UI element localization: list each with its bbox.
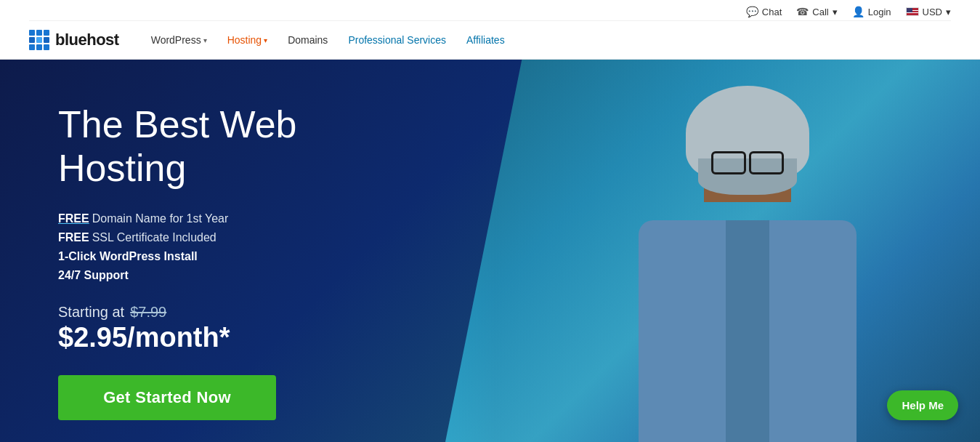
feature-domain-free: FREE <box>58 212 89 225</box>
login-icon: 👤 <box>852 6 864 17</box>
price-old: $7.99 <box>130 304 166 321</box>
price-starting: Starting at $7.99 <box>58 304 378 321</box>
price-new: $2.95/month* <box>58 322 378 353</box>
feature-ssl-free: FREE <box>58 231 89 244</box>
main-nav: bluehost WordPress ▾ Hosting ▾ Domains P… <box>29 21 951 59</box>
feature-support-text: 24/7 Support <box>58 269 129 282</box>
nav-domains[interactable]: Domains <box>278 28 338 52</box>
logo-cell <box>44 37 49 43</box>
price-label: Starting at <box>58 304 124 321</box>
logo-cell <box>44 30 49 36</box>
feature-ssl: FREE SSL Certificate Included <box>58 231 378 244</box>
logo-cell <box>29 37 35 43</box>
call-link[interactable]: ☎ Call ▾ <box>796 6 837 17</box>
hero-features-list: FREE Domain Name for 1st Year FREE SSL C… <box>58 212 378 282</box>
nav-hosting-label: Hosting <box>227 34 262 46</box>
nav-hosting[interactable]: Hosting ▾ <box>217 28 278 52</box>
site-header: 💬 Chat ☎ Call ▾ 👤 Login USD ▾ <box>0 0 980 60</box>
get-started-button[interactable]: Get Started Now <box>58 375 276 420</box>
chat-link[interactable]: 💬 Chat <box>746 6 782 17</box>
hero-content: The Best Web Hosting FREE Domain Name fo… <box>0 60 436 442</box>
feature-wordpress-text: 1-Click WordPress Install <box>58 250 198 263</box>
login-link[interactable]: 👤 Login <box>852 6 891 17</box>
currency-label: USD <box>923 7 942 17</box>
nav-domains-label: Domains <box>288 34 328 46</box>
help-me-button[interactable]: Help Me <box>887 390 958 420</box>
logo-cell <box>36 30 42 36</box>
logo-text: bluehost <box>55 31 119 49</box>
currency-chevron-icon: ▾ <box>946 7 951 17</box>
nav-affiliates[interactable]: Affiliates <box>456 28 515 52</box>
logo-cell <box>29 44 35 50</box>
person-body <box>610 86 886 442</box>
nav-affiliates-label: Affiliates <box>466 34 505 46</box>
logo-cell <box>36 44 42 50</box>
nav-wordpress[interactable]: WordPress ▾ <box>141 28 217 52</box>
price-area: Starting at $7.99 $2.95/month* <box>58 304 378 353</box>
logo-grid-icon <box>29 30 49 50</box>
feature-domain-text: Domain Name for 1st Year <box>92 212 229 225</box>
feature-ssl-text: SSL Certificate Included <box>92 231 216 244</box>
top-nav: 💬 Chat ☎ Call ▾ 👤 Login USD ▾ <box>29 0 951 21</box>
hosting-chevron-icon: ▾ <box>264 36 267 44</box>
logo-cell <box>29 30 35 36</box>
hero-title: The Best Web Hosting <box>58 103 378 190</box>
person-glasses <box>708 151 787 172</box>
chat-icon: 💬 <box>746 6 758 17</box>
wordpress-chevron-icon: ▾ <box>203 36 207 44</box>
currency-selector[interactable]: USD ▾ <box>906 7 951 17</box>
person-jacket <box>639 220 857 442</box>
feature-support: 24/7 Support <box>58 269 378 282</box>
call-chevron-icon: ▾ <box>833 7 838 17</box>
feature-domain: FREE Domain Name for 1st Year <box>58 212 378 225</box>
hero-person-illustration <box>573 60 922 442</box>
logo[interactable]: bluehost <box>29 30 119 50</box>
call-icon: ☎ <box>796 6 809 17</box>
call-label: Call <box>812 7 828 17</box>
logo-cell <box>44 44 49 50</box>
feature-wordpress: 1-Click WordPress Install <box>58 250 378 263</box>
nav-professional-services-label: Professional Services <box>348 34 446 46</box>
flag-icon <box>906 7 919 16</box>
chat-label: Chat <box>762 7 782 17</box>
logo-cell <box>36 37 42 43</box>
nav-professional-services[interactable]: Professional Services <box>338 28 456 52</box>
hero-section: The Best Web Hosting FREE Domain Name fo… <box>0 60 980 442</box>
login-label: Login <box>868 7 891 17</box>
nav-wordpress-label: WordPress <box>151 34 201 46</box>
